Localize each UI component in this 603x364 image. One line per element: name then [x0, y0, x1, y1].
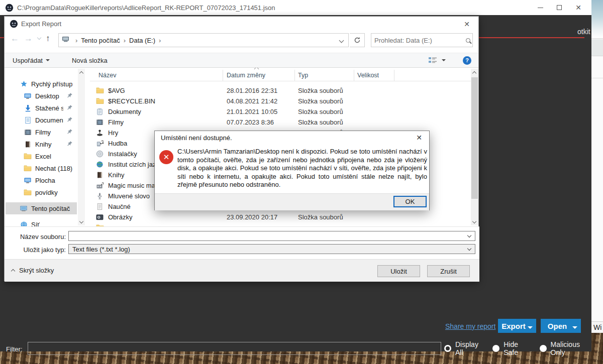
roguekiller-logo-icon	[5, 4, 14, 12]
monitor-icon	[24, 92, 32, 100]
tab-anti-rootkit-fragment[interactable]: otkit	[577, 28, 590, 36]
help-button[interactable]: ?	[463, 56, 471, 65]
breadcrumb-drive[interactable]: Data (E:)	[129, 37, 155, 44]
history-chevron-icon[interactable]	[37, 36, 41, 40]
export-button-label: Export	[501, 322, 526, 330]
up-icon[interactable]: ↑	[46, 34, 50, 43]
sidebar-item-filmy[interactable]: Filmy	[6, 126, 77, 138]
file-row-dokumenty[interactable]: Dokumenty21.01.2021 10:05Složka souborů	[90, 106, 471, 117]
minimize-button[interactable]	[531, 0, 550, 15]
file-row--recycle-bin[interactable]: $RECYCLE.BIN04.08.2021 21:42Složka soubo…	[90, 96, 471, 106]
scroll-up-icon[interactable]	[78, 69, 85, 76]
background-window-strip: Wi	[591, 0, 603, 333]
search-input[interactable]	[371, 37, 466, 44]
dialog-footer: Skrýt složky Uložit Zrušit	[5, 259, 479, 282]
radio-display-all[interactable]: Display All	[444, 340, 484, 356]
screen: Wi C:\ProgramData\RogueKiller\reports\Ad…	[0, 0, 603, 364]
address-bar[interactable]: › Tento počítač › Data (E:) ›	[58, 33, 349, 47]
scroll-up-icon[interactable]	[471, 69, 478, 76]
sidebar-item-nechat-118-[interactable]: Nechat (118)	[6, 162, 77, 174]
column-header-size[interactable]: Velikost	[357, 72, 379, 79]
search-box	[371, 33, 473, 47]
sidebar-item-knihy[interactable]: Knihy	[6, 138, 77, 150]
file-row--avg[interactable]: $AVG28.01.2016 22:31Složka souborů	[90, 85, 471, 96]
file-type: Složka souborů	[298, 213, 343, 221]
sidebar-item-rychl-p-stup[interactable]: Rychlý přístup	[6, 78, 77, 90]
filename-combobox[interactable]	[68, 231, 475, 241]
sidebar-item-sta-en-soub[interactable]: Stažené soub	[6, 102, 77, 114]
sidebar-item-documents[interactable]: Documents	[6, 114, 77, 126]
hide-folders-button[interactable]: Skrýt složky	[12, 267, 54, 274]
chevron-down-icon	[528, 326, 533, 329]
mic-icon	[96, 192, 104, 200]
column-header-date[interactable]: Datum změny	[227, 72, 265, 79]
sidebar-item-label: Nechat (118)	[35, 165, 72, 172]
filetype-combobox[interactable]: Text files (*.txt *.log)	[68, 244, 475, 254]
filter-input[interactable]	[28, 342, 441, 355]
radio-malicious-only[interactable]: Malicious Only	[540, 340, 591, 356]
column-divider[interactable]	[354, 70, 354, 81]
maximize-button[interactable]	[550, 0, 569, 15]
error-close-button[interactable]: ✕	[412, 133, 426, 143]
file-row-filmy[interactable]: Filmy07.07.2023 8:36Složka souborů	[90, 117, 471, 128]
sidebar-item-plocha[interactable]: Plocha	[6, 174, 77, 186]
breadcrumb-this-pc[interactable]: Tento počítač	[81, 37, 120, 44]
close-button[interactable]: ✕	[569, 0, 588, 15]
column-divider[interactable]	[394, 70, 394, 81]
folder-icon	[24, 152, 32, 160]
scroll-down-icon[interactable]	[471, 218, 478, 225]
scroll-down-icon[interactable]	[78, 218, 85, 225]
sidebar-scrollbar[interactable]	[78, 69, 85, 225]
toolbar-right: ?	[429, 56, 471, 65]
open-button[interactable]: Open	[541, 319, 581, 333]
pin-icon	[67, 104, 73, 112]
scrollbar-thumb[interactable]	[471, 77, 478, 199]
folder-icon	[24, 188, 32, 196]
organize-menu-button[interactable]: Uspořádat	[13, 57, 50, 64]
save-button[interactable]: Uložit	[377, 265, 420, 277]
column-divider[interactable]	[223, 70, 223, 81]
column-header-type[interactable]: Typ	[298, 72, 308, 79]
column-divider[interactable]	[294, 70, 295, 81]
sidebar-item-excel[interactable]: Excel	[6, 150, 77, 162]
maximize-icon	[557, 5, 562, 10]
cancel-button[interactable]: Zrušit	[427, 265, 470, 277]
radio-hide-safe[interactable]: Hide Safe	[492, 340, 531, 356]
view-details-icon[interactable]	[429, 57, 437, 64]
filetype-label: Uložit jako typ:	[7, 246, 66, 254]
file-date-modified: 07.07.2023 8:36	[227, 118, 274, 126]
page-icon	[96, 203, 104, 210]
filename-label: Název souboru:	[7, 233, 66, 240]
error-dialog-titlebar: Umístění není dostupné. ✕	[155, 131, 429, 144]
film-icon	[96, 118, 104, 126]
navigation-sidebar: Rychlý přístupDesktopStažené soubDocumen…	[6, 68, 77, 226]
file-list-scrollbar[interactable]	[471, 69, 478, 225]
sidebar-item-pov-dky[interactable]: povídky	[6, 186, 77, 198]
forward-icon[interactable]: →	[24, 34, 33, 43]
file-date-modified: 04.08.2021 21:42	[227, 97, 277, 105]
file-row-obr-zky[interactable]: Obrázky23.09.2020 20:17Složka souborů	[90, 212, 471, 222]
background-sky-image	[591, 0, 603, 39]
sidebar-item-tento-po-ta-[interactable]: Tento počítač	[6, 202, 77, 214]
new-folder-button[interactable]: Nová složka	[72, 57, 108, 64]
chevron-down-icon	[572, 326, 577, 329]
sidebar-item-label: Plocha	[35, 177, 55, 184]
computer-icon	[20, 204, 28, 212]
picture-icon	[96, 213, 104, 221]
column-header-name[interactable]: Název	[98, 72, 116, 79]
ok-button[interactable]: OK	[393, 196, 427, 207]
address-dropdown-chevron-icon[interactable]	[339, 38, 344, 43]
export-button[interactable]: Export	[498, 319, 536, 333]
view-options-chevron-icon[interactable]	[442, 59, 446, 61]
pin-icon	[67, 141, 73, 148]
minimize-icon	[538, 8, 543, 8]
result-filter-radio-group: Display AllHide SafeMalicious Only	[444, 342, 591, 355]
share-my-report-link[interactable]: Share my report	[445, 322, 495, 330]
dialog-close-button[interactable]: ✕	[459, 19, 474, 30]
sidebar-item-s-[interactable]: Síť	[6, 218, 77, 226]
back-icon[interactable]: ←	[11, 34, 19, 43]
window-controls: ✕	[531, 0, 588, 15]
refresh-button[interactable]	[350, 33, 365, 47]
sidebar-item-desktop[interactable]: Desktop	[6, 90, 77, 102]
file-row[interactable]	[90, 222, 471, 226]
